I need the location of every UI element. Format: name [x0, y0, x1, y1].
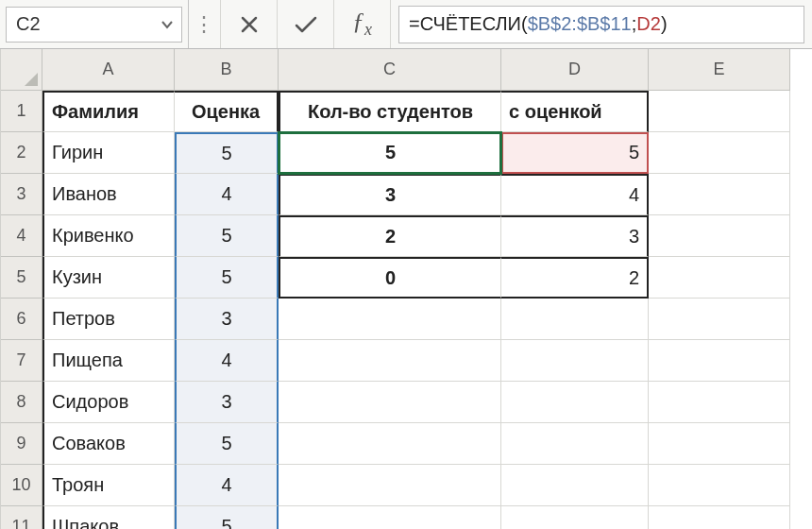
cell-D4[interactable]: 3 [501, 215, 649, 257]
cancel-button[interactable] [221, 0, 278, 48]
cell-B5[interactable]: 5 [175, 257, 279, 299]
cell-E6[interactable] [649, 299, 790, 340]
cell-B7[interactable]: 4 [175, 340, 279, 382]
row-header-6[interactable]: 6 [1, 299, 42, 340]
cell-A4[interactable]: Кривенко [42, 215, 175, 257]
cell-B6[interactable]: 3 [175, 299, 279, 340]
name-box[interactable]: C2 [0, 0, 189, 48]
cell-A9[interactable]: Соваков [42, 423, 175, 465]
row-header-8[interactable]: 8 [1, 382, 42, 423]
cell-D6[interactable] [501, 299, 649, 340]
cell-E11[interactable] [649, 506, 790, 529]
cell-B3[interactable]: 4 [175, 174, 279, 215]
cell-D11[interactable] [501, 506, 649, 529]
cell-D9[interactable] [501, 423, 649, 465]
cell-E4[interactable] [649, 215, 790, 257]
row-header-7[interactable]: 7 [1, 340, 42, 382]
row-header-10[interactable]: 10 [1, 465, 42, 506]
fx-icon[interactable]: ƒx [334, 0, 391, 48]
row-header-3[interactable]: 3 [1, 174, 42, 215]
chevron-down-icon[interactable] [161, 18, 174, 31]
select-all-corner[interactable] [1, 49, 42, 91]
cell-D10[interactable] [501, 465, 649, 506]
cell-E10[interactable] [649, 465, 790, 506]
cell-B8[interactable]: 3 [175, 382, 279, 423]
cell-A7[interactable]: Пищепа [42, 340, 175, 382]
cell-D2[interactable]: 5 [501, 132, 649, 174]
row-header-4[interactable]: 4 [1, 215, 42, 257]
cell-B10[interactable]: 4 [175, 465, 279, 506]
cell-C1[interactable]: Кол-во студентов [279, 91, 501, 132]
formula-input[interactable]: =СЧЁТЕСЛИ($B$2:$B$11;D2) [391, 0, 812, 48]
col-header-E[interactable]: E [649, 49, 790, 91]
cell-E3[interactable] [649, 174, 790, 215]
row-header-5[interactable]: 5 [1, 257, 42, 299]
spreadsheet-grid[interactable]: A B C D E 1 Фамилия Оценка Кол-во студен… [0, 49, 812, 529]
cell-E7[interactable] [649, 340, 790, 382]
cell-C11[interactable] [279, 506, 501, 529]
cell-E8[interactable] [649, 382, 790, 423]
cell-A3[interactable]: Иванов [42, 174, 175, 215]
cell-D1[interactable]: с оценкой [501, 91, 649, 132]
col-header-A[interactable]: A [42, 49, 175, 91]
formula-text-range: $B$2:$B$11 [528, 13, 632, 35]
cell-B1[interactable]: Оценка [175, 91, 279, 132]
cell-B9[interactable]: 5 [175, 423, 279, 465]
cell-E9[interactable] [649, 423, 790, 465]
cell-B2[interactable]: 5 [175, 132, 279, 174]
cell-A8[interactable]: Сидоров [42, 382, 175, 423]
cell-D8[interactable] [501, 382, 649, 423]
cell-A6[interactable]: Петров [42, 299, 175, 340]
col-header-B[interactable]: B [175, 49, 279, 91]
cell-C2[interactable]: 5 [279, 132, 501, 174]
cell-C10[interactable] [279, 465, 501, 506]
cell-C4[interactable]: 2 [279, 215, 501, 257]
enter-button[interactable] [278, 0, 334, 48]
cell-D7[interactable] [501, 340, 649, 382]
formula-text-ref: D2 [636, 13, 661, 35]
cell-C7[interactable] [279, 340, 501, 382]
cell-E5[interactable] [649, 257, 790, 299]
cell-E1[interactable] [649, 91, 790, 132]
cell-C5[interactable]: 0 [279, 257, 501, 299]
cell-B4[interactable]: 5 [175, 215, 279, 257]
cell-D3[interactable]: 4 [501, 174, 649, 215]
cell-C8[interactable] [279, 382, 501, 423]
cell-B11[interactable]: 5 [175, 506, 279, 529]
col-header-D[interactable]: D [501, 49, 649, 91]
row-header-11[interactable]: 11 [1, 506, 42, 529]
col-header-C[interactable]: C [279, 49, 501, 91]
cell-A10[interactable]: Троян [42, 465, 175, 506]
cell-A11[interactable]: Шпаков [42, 506, 175, 529]
row-header-2[interactable]: 2 [1, 132, 42, 174]
cell-C9[interactable] [279, 423, 501, 465]
cell-E2[interactable] [649, 132, 790, 174]
cell-C3[interactable]: 3 [279, 174, 501, 215]
cell-A2[interactable]: Гирин [42, 132, 175, 174]
cell-A5[interactable]: Кузин [42, 257, 175, 299]
cell-C6[interactable] [279, 299, 501, 340]
cell-A1[interactable]: Фамилия [42, 91, 175, 132]
name-box-value: C2 [16, 13, 41, 35]
separator-dots-icon: ⋮ [189, 0, 221, 48]
cell-D5[interactable]: 2 [501, 257, 649, 299]
formula-bar: C2 ⋮ ƒx =СЧЁТЕСЛИ($B$2:$B$11;D2) [0, 0, 812, 49]
row-header-1[interactable]: 1 [1, 91, 42, 132]
formula-text-fn: =СЧЁТЕСЛИ( [409, 13, 528, 35]
row-header-9[interactable]: 9 [1, 423, 42, 465]
formula-text-suffix: ) [661, 13, 668, 35]
